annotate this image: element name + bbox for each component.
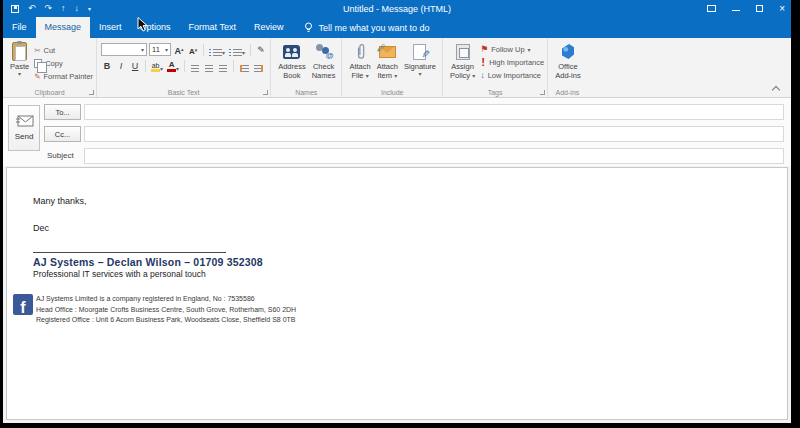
- chevron-down-icon: ▾: [176, 66, 179, 72]
- align-right-icon: [219, 65, 227, 72]
- bold-button[interactable]: B: [101, 59, 113, 72]
- attach-item-button[interactable]: 🖉 Attach Item ▾: [374, 40, 401, 81]
- window-controls: ×: [707, 0, 785, 17]
- check-names-label-1: Check: [313, 62, 334, 71]
- tags-dialog-launcher-icon[interactable]: [540, 90, 545, 95]
- shrink-font-button[interactable]: A▾: [187, 43, 199, 56]
- bullets-button[interactable]: ▾: [208, 43, 226, 56]
- numbered-list-icon: [233, 49, 242, 56]
- body-text-line-2: Dec: [33, 223, 787, 233]
- chevron-down-icon: ▾: [394, 73, 397, 79]
- tab-message[interactable]: Message: [36, 17, 91, 38]
- triangle-up-icon: ▴: [181, 47, 184, 52]
- assign-policy-button[interactable]: Assign Policy ▾: [447, 40, 478, 81]
- tags-group-label: Tags: [443, 89, 547, 96]
- signature-button[interactable]: ✎ Signature ▾: [401, 40, 439, 78]
- italic-button[interactable]: I: [115, 59, 127, 72]
- paste-button[interactable]: Paste ▾: [7, 40, 32, 78]
- maximize-icon[interactable]: [756, 5, 763, 12]
- tab-insert[interactable]: Insert: [90, 17, 131, 38]
- copy-button[interactable]: Copy: [34, 57, 93, 70]
- chevron-down-icon: ▾: [418, 71, 421, 77]
- low-importance-icon: ↓: [480, 71, 485, 80]
- fine-print-line-3: Registered Office : Unit 6 Acorn Busines…: [36, 316, 296, 323]
- tab-format-text[interactable]: Format Text: [180, 17, 245, 38]
- text-highlight-button[interactable]: ab▾: [150, 59, 164, 72]
- group-clipboard: Paste ▾ ✂ Cut Copy ✎ Format Painter Clip…: [3, 38, 97, 97]
- send-button[interactable]: Send: [8, 105, 40, 151]
- previous-item-icon[interactable]: ↑: [61, 4, 66, 13]
- increase-indent-icon: [254, 65, 263, 72]
- chevron-down-icon: ▾: [242, 50, 245, 56]
- font-size-combobox[interactable]: 11 ▾: [149, 43, 171, 56]
- numbering-button[interactable]: ▾: [228, 43, 246, 56]
- group-names: Address Book @ Check Names Names: [271, 38, 342, 97]
- undo-icon[interactable]: ↶: [28, 4, 36, 13]
- scissors-icon: ✂: [34, 46, 40, 55]
- copy-label: Copy: [45, 59, 63, 68]
- titlebar: ↶ ↷ ↑ ↓ ▾ Untitled - Message (HTML) ×: [3, 0, 791, 17]
- addins-group-label: Add-ins: [548, 89, 586, 96]
- facebook-icon[interactable]: f: [13, 294, 33, 315]
- basic-text-dialog-launcher-icon[interactable]: [263, 90, 268, 95]
- high-importance-button[interactable]: ! High Importance: [480, 56, 544, 69]
- cc-input[interactable]: [84, 126, 784, 142]
- tab-file[interactable]: File: [3, 17, 36, 38]
- fine-print-line-1: AJ Systems Limited is a company register…: [36, 295, 296, 302]
- fine-print-line-2: Head Office : Moorgate Crofts Business C…: [36, 306, 296, 313]
- tell-me-box[interactable]: Tell me what you want to do: [296, 17, 437, 38]
- minimize-icon[interactable]: [732, 10, 740, 11]
- clipboard-dialog-launcher-icon[interactable]: [89, 90, 94, 95]
- next-item-icon[interactable]: ↓: [75, 4, 80, 13]
- align-left-button[interactable]: [189, 59, 201, 72]
- close-icon[interactable]: ×: [779, 4, 785, 14]
- increase-indent-button[interactable]: [252, 59, 264, 72]
- attach-file-button[interactable]: Attach File ▾: [346, 40, 373, 81]
- font-color-button[interactable]: A▾: [166, 59, 180, 72]
- low-importance-button[interactable]: ↓ Low Importance: [480, 69, 544, 82]
- font-color-icon: A: [169, 61, 175, 69]
- save-icon[interactable]: [11, 5, 19, 13]
- grow-font-button[interactable]: A▴: [173, 43, 185, 56]
- align-right-button[interactable]: [217, 59, 229, 72]
- subject-input[interactable]: [84, 148, 784, 164]
- office-addins-label-2: Add-ins: [555, 71, 580, 80]
- follow-up-label: Follow Up: [491, 45, 524, 54]
- high-importance-icon: !: [480, 58, 486, 68]
- address-book-label-2: Book: [283, 71, 300, 80]
- include-group-label: Include: [342, 89, 442, 96]
- check-names-button[interactable]: @ Check Names: [309, 40, 339, 81]
- facebook-f-glyph: f: [20, 300, 25, 315]
- signature-label: Signature: [404, 62, 436, 71]
- font-name-combobox[interactable]: ▾: [101, 43, 147, 56]
- office-addins-button[interactable]: Office Add-ins: [552, 40, 583, 81]
- customize-qat-icon[interactable]: ▾: [88, 6, 91, 12]
- to-input[interactable]: [84, 104, 784, 120]
- body-text-line-1: Many thanks,: [33, 196, 787, 206]
- cut-button[interactable]: ✂ Cut: [34, 44, 93, 57]
- group-tags: Assign Policy ▾ ⚑ Follow Up ▾ ! High Imp…: [443, 38, 548, 97]
- signature-tagline: Professional IT services with a personal…: [33, 269, 787, 279]
- send-label: Send: [15, 132, 34, 141]
- align-center-button[interactable]: [203, 59, 215, 72]
- clear-formatting-button[interactable]: ✎: [255, 43, 267, 56]
- redo-icon[interactable]: ↷: [45, 4, 53, 13]
- ribbon-display-options-icon[interactable]: [707, 5, 716, 12]
- cc-button[interactable]: Cc...: [44, 126, 81, 142]
- follow-up-button[interactable]: ⚑ Follow Up ▾: [480, 43, 544, 56]
- to-button[interactable]: To...: [44, 104, 81, 120]
- message-body[interactable]: Many thanks, Dec AJ Systems – Declan Wil…: [6, 167, 788, 420]
- signature-divider: [33, 252, 226, 253]
- align-center-icon: [205, 65, 213, 72]
- tab-options[interactable]: Options: [131, 17, 180, 38]
- tab-review[interactable]: Review: [245, 17, 293, 38]
- collapse-ribbon-icon[interactable]: [772, 86, 780, 94]
- attach-item-label-2: Item: [377, 71, 392, 80]
- check-names-label-2: Names: [312, 71, 336, 80]
- chevron-down-icon: ▾: [141, 47, 144, 53]
- chevron-down-icon: ▾: [472, 73, 475, 79]
- address-book-button[interactable]: Address Book: [275, 40, 309, 81]
- decrease-indent-button[interactable]: [238, 59, 250, 72]
- attach-file-label-1: Attach: [349, 62, 370, 71]
- underline-button[interactable]: U: [129, 59, 141, 72]
